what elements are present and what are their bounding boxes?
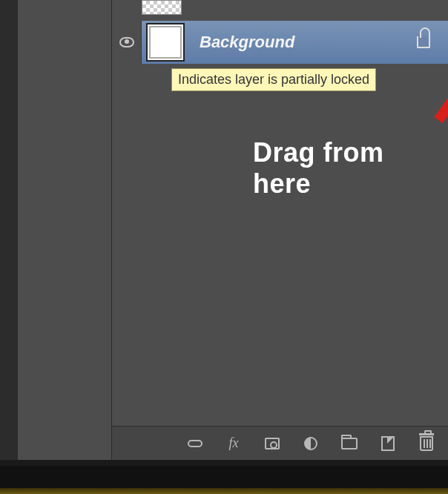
lock-icon[interactable] xyxy=(417,36,430,48)
layer-thumbnail[interactable] xyxy=(146,23,185,62)
trash-icon[interactable] xyxy=(418,435,435,452)
adjustment-layer-icon[interactable] xyxy=(302,435,320,452)
window-frame-bottom xyxy=(0,466,448,494)
new-layer-icon[interactable] xyxy=(379,435,397,452)
layers-panel-toolbar: fx xyxy=(112,426,448,460)
annotation-text-drag: Drag from here xyxy=(253,137,448,200)
layer-thumbnail-transparent[interactable] xyxy=(142,0,182,15)
layer-visibility-column xyxy=(112,21,142,64)
layer-mask-icon[interactable] xyxy=(263,435,281,452)
layer-row-background[interactable]: Background xyxy=(112,21,448,64)
document-canvas-edge xyxy=(0,0,111,460)
eye-icon[interactable] xyxy=(119,37,134,47)
layer-name-label[interactable]: Background xyxy=(200,33,294,52)
group-icon[interactable] xyxy=(340,435,358,452)
link-layers-icon[interactable] xyxy=(186,435,204,452)
tooltip-lock: Indicates layer is partially locked xyxy=(171,68,376,91)
layers-panel: Background Indicates layer is partially … xyxy=(111,0,448,460)
fx-icon[interactable]: fx xyxy=(225,435,243,452)
